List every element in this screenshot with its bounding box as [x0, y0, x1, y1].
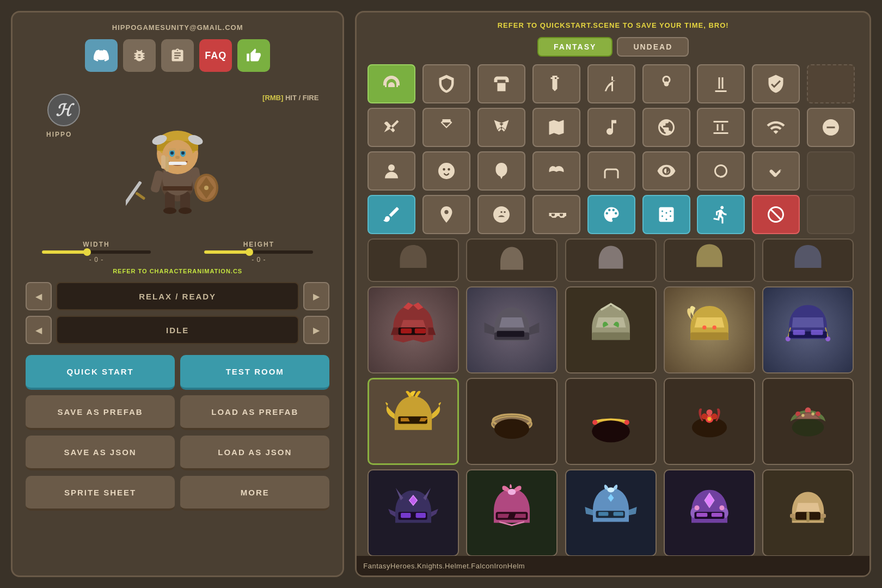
item-row0-col2[interactable] — [565, 238, 657, 282]
quick-start-button[interactable]: QUICK START — [26, 355, 175, 390]
slot-boots[interactable] — [697, 64, 745, 103]
slot-harp[interactable] — [587, 108, 635, 147]
save-json-button[interactable]: SAVE AS JSON — [26, 436, 175, 470]
item-falcon-helm[interactable] — [367, 378, 459, 465]
slot-shield[interactable] — [752, 64, 800, 103]
slot-gun[interactable] — [697, 108, 745, 147]
width-slider-track[interactable] — [42, 250, 151, 254]
item-row1-col0[interactable] — [367, 286, 459, 373]
quickstart-link: QUICKSTART.SCENE — [540, 21, 620, 29]
slot-collar[interactable] — [642, 64, 690, 103]
height-slider-track[interactable] — [204, 250, 313, 254]
slot-ban[interactable] — [752, 195, 800, 234]
slot-sword2[interactable] — [422, 108, 470, 147]
anim1-next-button[interactable]: ▶ — [303, 282, 329, 310]
height-slider-value: - 0 - — [252, 256, 266, 264]
svg-rect-38 — [401, 328, 412, 333]
item-tan-helm[interactable] — [762, 469, 854, 556]
svg-rect-51 — [793, 330, 805, 335]
load-prefab-button[interactable]: LOAD AS PREFAB — [180, 395, 329, 430]
slot-rifle2[interactable] — [807, 108, 855, 147]
icon-grid-row4 — [367, 195, 859, 234]
slot-weapons[interactable] — [532, 64, 580, 103]
svg-rect-31 — [166, 156, 169, 171]
bug-button[interactable] — [123, 39, 156, 72]
width-slider-thumb[interactable] — [83, 248, 91, 256]
slot-lips[interactable] — [752, 151, 800, 191]
slot-ear[interactable] — [697, 151, 745, 191]
discord-button[interactable] — [85, 39, 118, 72]
svg-point-17 — [181, 151, 185, 155]
item-row0-col1[interactable] — [466, 238, 558, 282]
item-row1-col3[interactable] — [664, 286, 755, 373]
slot-cape[interactable] — [642, 108, 690, 147]
svg-point-57 — [592, 420, 630, 442]
slot-mustache[interactable] — [532, 151, 580, 191]
svg-rect-82 — [598, 512, 608, 516]
item-row0-col3[interactable] — [664, 238, 755, 282]
item-row0-col4[interactable] — [762, 238, 854, 282]
slot-eye[interactable] — [642, 151, 690, 191]
character-area: ℋ HIPPO — [26, 83, 329, 235]
faq-button[interactable]: FAQ — [199, 39, 232, 72]
item-dark-helm2[interactable] — [466, 469, 558, 556]
slot-dual-swords[interactable] — [477, 108, 525, 147]
slot-paint[interactable] — [367, 195, 415, 234]
item-row0-col0[interactable] — [367, 238, 459, 282]
slot-helmet[interactable] — [367, 64, 415, 103]
slot-extra[interactable] — [807, 64, 855, 103]
slot-earring[interactable] — [422, 195, 470, 234]
slot-shoulder[interactable] — [477, 64, 525, 103]
slot-glasses[interactable] — [532, 195, 580, 234]
slot-extra2[interactable] — [807, 151, 855, 191]
slot-dice[interactable] — [642, 195, 690, 234]
clipboard-button[interactable] — [161, 39, 194, 72]
load-json-button[interactable]: LOAD AS JSON — [180, 436, 329, 470]
svg-point-59 — [624, 420, 629, 425]
slot-face[interactable] — [422, 151, 470, 191]
anim1-prev-button[interactable]: ◀ — [26, 282, 52, 310]
slot-rifle[interactable] — [752, 108, 800, 147]
item-row1-col1[interactable] — [466, 286, 558, 373]
height-label: HEIGHT — [243, 241, 274, 248]
item-circlet2[interactable] — [565, 378, 657, 465]
item-nature-helm[interactable] — [762, 378, 854, 465]
items-scroll-area[interactable] — [367, 238, 859, 556]
svg-point-56 — [494, 419, 529, 439]
slot-beard[interactable] — [477, 151, 525, 191]
action-buttons-grid: QUICK START TEST ROOM SAVE AS PREFAB LOA… — [26, 355, 329, 511]
slot-sword1[interactable] — [367, 108, 415, 147]
slot-action[interactable] — [697, 195, 745, 234]
height-slider-thumb[interactable] — [246, 248, 253, 256]
like-button[interactable] — [237, 39, 270, 72]
item-row1-col4[interactable] — [762, 286, 854, 373]
undead-tab[interactable]: UNDEAD — [617, 37, 689, 57]
anim2-prev-button[interactable]: ◀ — [26, 316, 52, 344]
item-ice-helm[interactable] — [565, 469, 657, 556]
rmb-prefix: [RMB] — [262, 94, 283, 102]
save-prefab-button[interactable]: SAVE AS PREFAB — [26, 395, 175, 430]
item-row1-col2[interactable] — [565, 286, 657, 373]
slot-bow[interactable] — [532, 108, 580, 147]
fantasy-tab[interactable]: FANTASY — [537, 37, 612, 57]
sprite-sheet-button[interactable]: SPRITE SHEET — [26, 476, 175, 511]
item-circlet1[interactable] — [466, 378, 558, 465]
anim2-next-button[interactable]: ▶ — [303, 316, 329, 344]
slot-body[interactable] — [367, 151, 415, 191]
item-flower-helm[interactable] — [664, 378, 755, 465]
slot-armor[interactable] — [422, 64, 470, 103]
slot-eyebrow[interactable] — [587, 151, 635, 191]
item-purple-helm[interactable] — [664, 469, 755, 556]
svg-rect-24 — [135, 192, 145, 200]
slot-gloves[interactable] — [587, 64, 635, 103]
test-room-button[interactable]: TEST ROOM — [180, 355, 329, 390]
svg-point-36 — [448, 168, 450, 171]
anim1-display: RELAX / READY — [56, 282, 299, 310]
slot-mask[interactable] — [477, 195, 525, 234]
item-dark-helm1[interactable] — [367, 469, 459, 556]
slot-extra3[interactable] — [807, 195, 855, 234]
more-button[interactable]: MORE — [180, 476, 329, 511]
slot-palette[interactable] — [587, 195, 635, 234]
svg-rect-43 — [690, 333, 728, 340]
svg-rect-76 — [416, 513, 426, 518]
